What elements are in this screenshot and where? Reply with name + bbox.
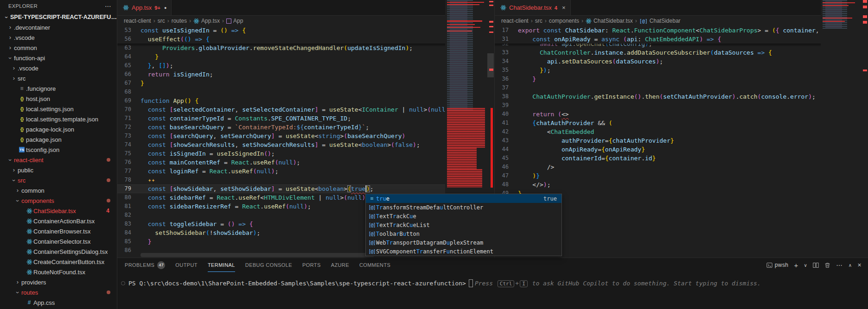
suggestion-item-TextTrackCueList[interactable]: [@]TextTrackCueList <box>366 221 562 229</box>
tree-item-host.json[interactable]: ›{}host.json <box>0 94 117 104</box>
code-line-75[interactable]: 75 const isSignedIn = useIsSignedIn(); <box>117 149 494 158</box>
suggestion-item-SVGComponentTransferFunctionElement[interactable]: [@]SVGComponentTransferFunctionElement <box>366 247 562 256</box>
explorer-more-icon[interactable]: ⋯ <box>105 2 111 10</box>
code-line-34[interactable]: 34 api.setDataSources(dataSources); <box>495 57 868 66</box>
chevron-down-icon[interactable]: › <box>11 177 18 184</box>
code-line-37[interactable]: 37 <box>495 83 868 92</box>
chevron-right-icon[interactable]: › <box>10 64 18 71</box>
suggestion-item-WebTransportDatagramDuplexStream[interactable]: [@]WebTransportDatagramDuplexStream <box>366 238 562 247</box>
chevron-down-icon[interactable]: › <box>7 156 14 164</box>
code-line-46[interactable]: 46 /> <box>495 163 868 171</box>
tree-item-ContainerSelector.tsx[interactable]: ›ContainerSelector.tsx <box>0 236 117 246</box>
suggestion-item-true[interactable]: ≡truetrue <box>366 194 562 203</box>
code-line-41[interactable]: 41 {chatAuthProvider && ( <box>495 119 868 127</box>
code-line-36[interactable]: 36 } <box>495 75 868 83</box>
tree-item-tsconfig.json[interactable]: ›TStsconfig.json <box>0 145 117 155</box>
close-panel-icon[interactable]: × <box>857 261 862 269</box>
code-line-64[interactable]: 64 } <box>117 52 494 61</box>
code-line-44[interactable]: 44 onApiReady={onApiReady} <box>495 145 868 154</box>
tree-item-package-lock.json[interactable]: ›{}package-lock.json <box>0 124 117 134</box>
code-line-31[interactable]: 31 const onApiReady = async (api: ChatEm… <box>495 35 868 44</box>
tree-item-ContainerBrowser.tsx[interactable]: ›ContainerBrowser.tsx <box>0 226 117 236</box>
code-line-73[interactable]: 73 const [searchQuery, setSearchQuery] =… <box>117 132 494 140</box>
breadcrumb-item-ChatSidebar[interactable]: [@]ChatSidebar <box>639 18 681 24</box>
code-line-63[interactable]: 63 Providers.globalProvider.removeStateC… <box>117 44 494 52</box>
tree-item-ContainerSettingsDialog.tsx[interactable]: ›ContainerSettingsDialog.tsx <box>0 246 117 257</box>
code-line-56[interactable]: 56 useEffect(() => { <box>117 35 494 44</box>
panel-tab-debug-console[interactable]: DEBUG CONSOLE <box>245 258 292 272</box>
tree-item-function-api[interactable]: ›function-api <box>0 53 117 63</box>
breadcrumb-item-ChatSidebar.tsx[interactable]: ChatSidebar.tsx <box>586 18 633 24</box>
code-line-39[interactable]: 39 <box>495 101 868 110</box>
tree-item-components[interactable]: ›components <box>0 195 117 206</box>
code-line-32[interactable]: 32 await api.openChat(chatConfig); <box>495 44 868 48</box>
breadcrumb-item-App.tsx[interactable]: App.tsx <box>193 18 220 24</box>
tree-item-.vscode[interactable]: ›.vscode <box>0 32 117 43</box>
tree-item-local.settings.template.json[interactable]: ›{}local.settings.template.json <box>0 114 117 124</box>
maximize-panel-icon[interactable]: ∧ <box>849 263 852 268</box>
tree-item-ContainerActionBar.tsx[interactable]: ›ContainerActionBar.tsx <box>0 216 117 226</box>
suggestion-item-ToolbarButton[interactable]: [@]ToolbarButton <box>366 229 562 238</box>
code-line-76[interactable]: 76 const mainContentRef = React.useRef(n… <box>117 158 494 167</box>
chevron-right-icon[interactable]: › <box>6 44 14 51</box>
suggestion-item-TextTrackCue[interactable]: [@]TextTrackCue <box>366 212 562 221</box>
breadcrumb-item-react-client[interactable]: react-client <box>501 18 529 24</box>
code-line-17[interactable]: 17export const ChatSidebar: React.Functi… <box>495 26 868 35</box>
scrollbar[interactable] <box>861 0 868 258</box>
tree-item-RouteNotFound.tsx[interactable]: ›RouteNotFound.tsx <box>0 267 117 277</box>
close-icon[interactable]: × <box>562 4 566 11</box>
split-terminal-icon[interactable] <box>813 262 819 268</box>
tree-item-src[interactable]: ›src <box>0 175 117 185</box>
chevron-right-icon[interactable]: › <box>6 24 14 31</box>
code-line-77[interactable]: 77 const loginRef = React.useRef(null); <box>117 167 494 176</box>
breadcrumb-item-components[interactable]: components <box>549 18 579 24</box>
code-line-71[interactable]: 71 const containerTypeId = Constants.SPE… <box>117 114 494 123</box>
panel-tab-comments[interactable]: COMMENTS <box>359 258 390 272</box>
terminal-dropdown-icon[interactable]: ∨ <box>804 263 808 268</box>
panel-tab-ports[interactable]: PORTS <box>302 258 321 272</box>
breadcrumb-item-src[interactable]: src <box>535 18 542 24</box>
tree-item-common[interactable]: ›common <box>0 185 117 195</box>
chevron-right-icon[interactable]: › <box>10 75 18 82</box>
tab-chatsidebar-tsx[interactable]: ChatSidebar.tsx 4 × <box>495 0 571 15</box>
code-line-72[interactable]: 72 const baseSearchQuery = `ContainerTyp… <box>117 123 494 132</box>
terminal-shell-item[interactable]: pwsh <box>766 262 789 268</box>
suggestion-item-TransformStreamDefaultController[interactable]: [@]TransformStreamDefaultController <box>366 203 562 212</box>
code-line-74[interactable]: 74 const [showSearchResults, setShowSear… <box>117 140 494 149</box>
code-line-66[interactable]: 66 return isSignedIn; <box>117 70 494 79</box>
code-line-68[interactable]: 68 <box>117 88 494 96</box>
panel-tab-azure[interactable]: AZURE <box>331 258 349 272</box>
code-line-40[interactable]: 40 return (<> <box>495 110 868 119</box>
chevron-right-icon[interactable]: › <box>14 187 21 194</box>
code-line-79[interactable]: 79 const [showSidebar, setShowSidebar] =… <box>117 184 494 193</box>
breadcrumb-item-App[interactable]: App <box>226 18 243 24</box>
tree-item-public[interactable]: ›public <box>0 165 117 175</box>
panel-more-icon[interactable]: ⋯ <box>836 261 842 269</box>
tree-item-.devcontainer[interactable]: ›.devcontainer <box>0 22 117 32</box>
chevron-down-icon[interactable]: › <box>14 289 21 296</box>
tree-item-src[interactable]: ›src <box>0 73 117 83</box>
horizontal-scrollbar[interactable] <box>140 253 374 257</box>
code-line-42[interactable]: 42 <ChatEmbedded <box>495 127 868 136</box>
chevron-down-icon[interactable]: › <box>14 197 21 204</box>
tree-item-App.css[interactable]: ›#App.css <box>0 297 117 308</box>
code-line-33[interactable]: 33 ChatController.instance.addDataSource… <box>495 48 868 57</box>
chevron-right-icon[interactable]: › <box>14 278 21 285</box>
tree-item-common[interactable]: ›common <box>0 43 117 53</box>
terminal[interactable]: PS Q:\src\docs-demo\1\SharePoint-Embedde… <box>121 279 868 287</box>
panel-tab-output[interactable]: OUTPUT <box>175 258 198 272</box>
tree-item-CreateContainerButton.tsx[interactable]: ›CreateContainerButton.tsx <box>0 257 117 267</box>
tab-app-tsx[interactable]: App.tsx 9+ ● <box>117 0 172 15</box>
code-line-53[interactable]: 53const useIsSignedIn = () => { <box>117 26 494 35</box>
panel-tab-terminal[interactable]: TERMINAL <box>208 258 235 272</box>
chevron-right-icon[interactable]: › <box>6 34 14 41</box>
tree-item-react-client[interactable]: ›react-client <box>0 155 117 165</box>
breadcrumb[interactable]: react-client›src›routes›App.tsx›App <box>117 16 494 26</box>
kill-terminal-trash-icon[interactable] <box>824 262 830 268</box>
breadcrumb-item-react-client[interactable]: react-client <box>124 18 151 24</box>
breadcrumb-item-src[interactable]: src <box>158 18 165 24</box>
code-line-67[interactable]: 67} <box>117 79 494 88</box>
tree-item-package.json[interactable]: ›{}package.json <box>0 134 117 145</box>
chevron-down-icon[interactable]: › <box>7 54 14 62</box>
minimap[interactable] <box>821 0 861 258</box>
